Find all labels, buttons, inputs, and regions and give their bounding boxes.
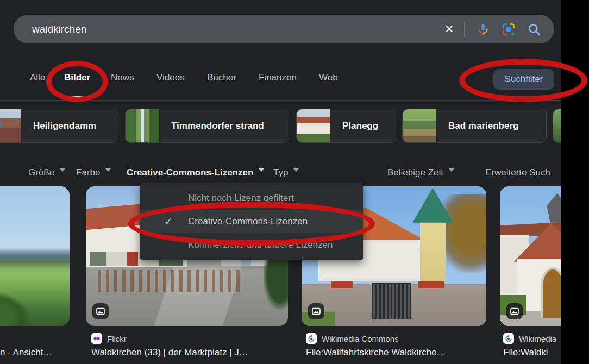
active-tab-indicator bbox=[62, 96, 93, 98]
chip-label: Planegg bbox=[330, 121, 390, 131]
result-source-wikimedia[interactable]: Wikimedia Commons bbox=[306, 333, 399, 344]
related-chip-heiligendamm[interactable]: Heiligendamm bbox=[0, 109, 118, 143]
chip-thumbnail-bad-marienberg bbox=[403, 109, 436, 142]
filter-erweiterte-suche[interactable]: Erweiterte Such bbox=[485, 167, 550, 178]
tab-finanzen[interactable]: Finanzen bbox=[259, 72, 297, 83]
result-title-marktplatz[interactable]: Waldkirchen (33) | der Marktplatz | J… bbox=[91, 347, 248, 358]
google-images-results-page: waldkirchen ✕ bbox=[0, 0, 589, 364]
search-bar: waldkirchen ✕ bbox=[14, 15, 554, 43]
chip-label: Timmendorfer strand bbox=[159, 121, 276, 131]
result-title-wallfahrtskirche[interactable]: File:Wallfahrtskirche Waldkirche… bbox=[306, 347, 446, 358]
search-icon[interactable] bbox=[527, 22, 541, 36]
result-image-landscape[interactable] bbox=[0, 186, 70, 326]
licensable-image-icon bbox=[92, 303, 109, 319]
google-lens-icon[interactable] bbox=[502, 22, 516, 36]
chip-thumbnail-planegg bbox=[297, 109, 330, 142]
suchfilter-button[interactable]: Suchfilter bbox=[493, 69, 554, 90]
tab-bilder[interactable]: Bilder bbox=[64, 72, 90, 83]
license-dropdown-menu: Nicht nach Lizenz gefiltert ✓ Creative-C… bbox=[140, 183, 363, 260]
tab-web[interactable]: Web bbox=[319, 72, 338, 83]
filter-zeit[interactable]: Beliebige Zeit bbox=[387, 167, 454, 178]
menu-item-kommerzielle[interactable]: Kommerzielle und andere Lizenzen bbox=[140, 233, 363, 256]
result-source-wikimedia-2[interactable]: Wikimedia bbox=[503, 333, 556, 344]
filter-lizenzen[interactable]: Creative-Commons-Lizenzen bbox=[127, 167, 264, 178]
checkmark-icon: ✓ bbox=[164, 210, 173, 233]
licensable-image-icon bbox=[308, 303, 324, 319]
filter-groesse[interactable]: Größe bbox=[28, 167, 65, 178]
landscape-photo bbox=[0, 186, 70, 326]
chip-thumbnail-timmendorfer-strand bbox=[126, 109, 159, 142]
clear-search-icon[interactable]: ✕ bbox=[444, 23, 454, 35]
filter-typ[interactable]: Typ bbox=[273, 167, 299, 178]
related-chip-planegg[interactable]: Planegg bbox=[296, 109, 397, 143]
menu-item-nicht-gefiltert[interactable]: Nicht nach Lizenz gefiltert bbox=[140, 186, 363, 210]
result-title-waldkirchen-file[interactable]: File:Waldki bbox=[503, 347, 548, 358]
related-chip-bad-marienberg[interactable]: Bad marienberg bbox=[402, 109, 547, 143]
flickr-icon bbox=[91, 333, 102, 344]
result-source-flickr[interactable]: Flickr bbox=[91, 333, 127, 344]
right-letterbox bbox=[561, 0, 589, 364]
tabs-divider bbox=[0, 100, 561, 101]
chevron-down-icon bbox=[60, 168, 65, 174]
search-input[interactable]: waldkirchen bbox=[32, 23, 444, 35]
tab-alle[interactable]: Alle bbox=[30, 72, 45, 83]
wikimedia-commons-icon bbox=[503, 333, 514, 344]
wikimedia-commons-icon bbox=[306, 333, 317, 344]
search-bar-divider bbox=[464, 21, 465, 37]
filter-farbe[interactable]: Farbe bbox=[76, 167, 111, 178]
tab-videos[interactable]: Videos bbox=[156, 72, 185, 83]
chip-thumbnail-heiligendamm bbox=[0, 109, 21, 142]
chevron-down-icon bbox=[259, 168, 264, 174]
licensable-image-icon bbox=[506, 303, 523, 319]
microphone-icon[interactable] bbox=[476, 22, 490, 36]
tab-news[interactable]: News bbox=[111, 72, 134, 83]
chevron-down-icon bbox=[105, 168, 111, 174]
chip-label: Heiligendamm bbox=[21, 121, 108, 131]
chevron-down-icon bbox=[293, 168, 299, 174]
menu-item-creative-commons[interactable]: ✓ Creative-Commons-Lizenzen bbox=[140, 210, 363, 233]
chevron-down-icon bbox=[449, 168, 454, 174]
tab-buecher[interactable]: Bücher bbox=[207, 72, 236, 83]
related-chip-timmendorfer-strand[interactable]: Timmendorfer strand bbox=[125, 109, 289, 143]
chip-label: Bad marienberg bbox=[436, 121, 530, 131]
result-title-landscape[interactable]: n - Ansicht… bbox=[0, 347, 52, 358]
